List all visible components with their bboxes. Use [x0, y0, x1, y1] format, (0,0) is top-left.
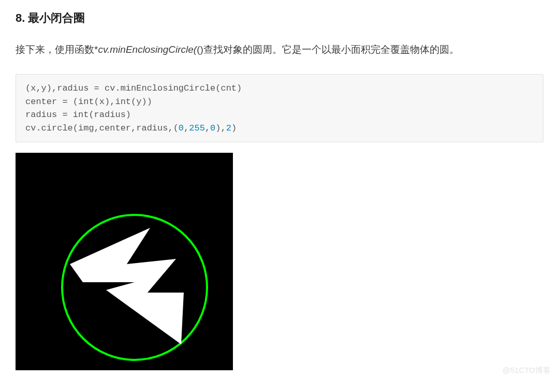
function-name: cv.minEnclosingCircle(: [98, 44, 197, 55]
result-image: [16, 153, 233, 370]
para-before: 接下来，使用函数*: [16, 44, 98, 55]
lightning-bolt: [70, 228, 184, 344]
watermark: @51CTO博客: [503, 366, 551, 375]
para-after: ()查找对象的圆周。它是一个以最小面积完全覆盖物体的圆。: [197, 44, 459, 55]
code-line-4: cv.circle(img,center,radius,(0,255,0),2): [25, 123, 237, 133]
enclosing-circle-svg: [16, 153, 233, 370]
code-line-1: (x,y),radius = cv.minEnclosingCircle(cnt…: [25, 83, 242, 93]
section-heading: 8. 最小闭合圈: [16, 10, 543, 26]
body-paragraph: 接下来，使用函数*cv.minEnclosingCircle(()查找对象的圆周…: [16, 40, 543, 59]
code-line-2: center = (int(x),int(y)): [25, 97, 152, 107]
code-block: (x,y),radius = cv.minEnclosingCircle(cnt…: [16, 74, 543, 142]
code-line-3: radius = int(radius): [25, 110, 131, 120]
